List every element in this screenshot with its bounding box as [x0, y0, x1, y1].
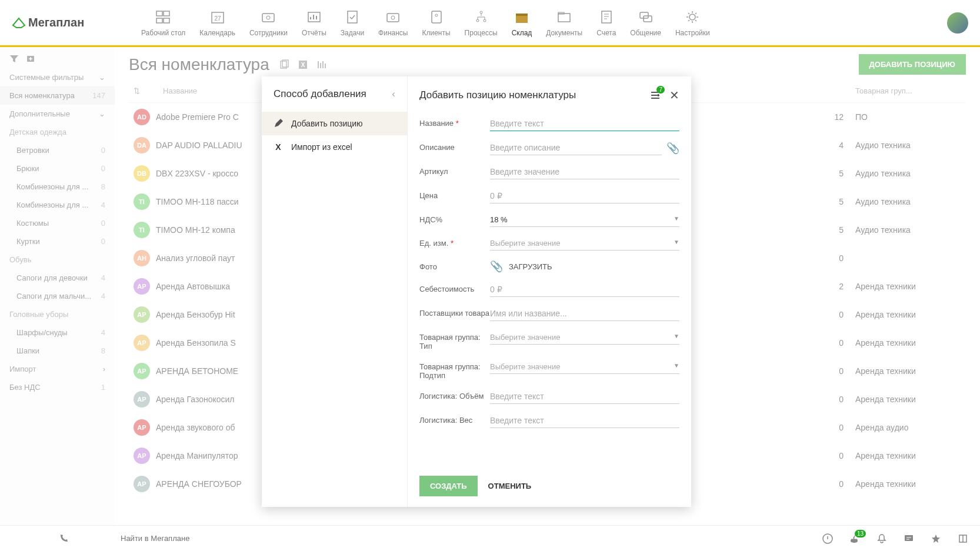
vat-select[interactable]: 18 %▼ [490, 213, 679, 227]
article-input[interactable] [490, 165, 679, 179]
chevron-down-icon: ▼ [674, 239, 679, 248]
global-search-input[interactable] [121, 534, 297, 543]
unit-select[interactable]: Выберите значение▼ [490, 236, 679, 251]
book-icon[interactable] [958, 533, 968, 544]
svg-rect-22 [640, 12, 648, 18]
group-subtype-select[interactable]: Выберите значение▼ [490, 360, 679, 374]
svg-rect-9 [348, 11, 357, 23]
nav-item-10[interactable]: Счета [596, 9, 616, 37]
svg-rect-2 [156, 18, 162, 23]
nav-item-9[interactable]: Документы [546, 9, 582, 37]
nav-item-1[interactable]: 27Календарь [199, 9, 235, 37]
chevron-left-icon[interactable]: ‹ [392, 88, 395, 100]
attach-icon[interactable]: 📎 [666, 142, 679, 155]
log-weight-input[interactable] [490, 413, 679, 428]
top-nav: Рабочий стол27КалендарьСотрудникиОтчётыЗ… [141, 9, 947, 37]
name-input[interactable] [490, 116, 679, 131]
create-button[interactable]: СОЗДАТЬ [419, 476, 478, 496]
chevron-down-icon: ▼ [674, 215, 679, 224]
star-icon[interactable] [931, 533, 941, 544]
svg-text:27: 27 [214, 15, 221, 22]
photo-upload[interactable]: 📎ЗАГРУЗИТЬ [490, 260, 679, 273]
svg-rect-21 [602, 11, 611, 23]
bottombar: 13 [0, 525, 980, 551]
group-type-select[interactable]: Выберите значение▼ [490, 330, 679, 345]
svg-rect-19 [558, 14, 570, 22]
nav-item-6[interactable]: Клиенты [422, 9, 450, 37]
chevron-down-icon: ▼ [674, 362, 679, 371]
bell-icon[interactable] [876, 533, 887, 544]
logo[interactable]: Мегаплан [12, 16, 118, 29]
svg-point-13 [435, 14, 438, 16]
svg-rect-3 [164, 18, 169, 23]
desc-input[interactable] [490, 141, 662, 155]
svg-rect-10 [387, 14, 399, 22]
pencil-icon [274, 119, 283, 128]
svg-rect-12 [432, 11, 441, 23]
nav-item-3[interactable]: Отчёты [302, 9, 326, 37]
nav-item-4[interactable]: Задачи [341, 9, 364, 37]
nav-item-5[interactable]: Финансы [378, 9, 408, 37]
nav-item-7[interactable]: Процессы [465, 9, 498, 37]
fire-icon[interactable]: 13 [849, 533, 860, 544]
modal-title: Добавить позицию номенклатуры [419, 89, 576, 101]
svg-point-11 [391, 16, 395, 19]
svg-text:X: X [275, 142, 281, 152]
suppliers-input[interactable] [490, 306, 679, 321]
add-position-modal: Способ добавления ‹ Добавить позицию X И… [262, 76, 691, 507]
svg-point-15 [476, 19, 479, 22]
svg-rect-23 [644, 16, 652, 22]
svg-rect-18 [516, 14, 528, 16]
nav-item-8[interactable]: Склад [512, 9, 532, 37]
excel-icon: X [274, 142, 283, 152]
svg-point-24 [689, 14, 695, 20]
cost-input[interactable] [490, 282, 679, 297]
topbar: Мегаплан Рабочий стол27КалендарьСотрудни… [0, 0, 980, 47]
nav-item-0[interactable]: Рабочий стол [141, 9, 185, 37]
log-vol-input[interactable] [490, 389, 679, 404]
phone-icon[interactable] [58, 533, 69, 544]
nav-item-12[interactable]: Настройки [675, 9, 710, 37]
close-icon[interactable]: ✕ [669, 88, 679, 102]
chat-icon[interactable] [904, 533, 914, 544]
nav-item-11[interactable]: Общение [630, 9, 661, 37]
svg-rect-6 [262, 14, 274, 22]
svg-rect-17 [516, 15, 528, 23]
svg-rect-0 [156, 11, 162, 16]
svg-rect-1 [164, 11, 169, 16]
svg-point-14 [480, 11, 482, 14]
cancel-button[interactable]: ОТМЕНИТЬ [488, 482, 532, 490]
chevron-down-icon: ▼ [674, 333, 679, 342]
fields-config-icon[interactable]: 7 [649, 89, 661, 101]
modal-left-title: Способ добавления [274, 88, 366, 100]
price-input[interactable] [490, 189, 679, 203]
avatar[interactable] [947, 12, 968, 34]
method-add-position[interactable]: Добавить позицию [262, 112, 407, 135]
method-import-excel[interactable]: X Импорт из excel [262, 135, 407, 159]
alert-icon[interactable] [822, 533, 833, 544]
svg-point-16 [484, 19, 486, 22]
svg-point-7 [266, 16, 270, 19]
svg-rect-32 [905, 535, 913, 541]
nav-item-2[interactable]: Сотрудники [249, 9, 288, 37]
